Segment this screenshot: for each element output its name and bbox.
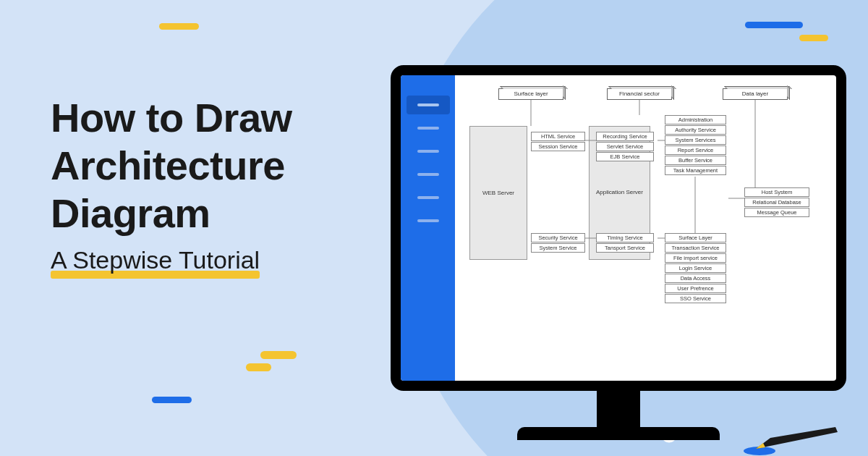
cell: Login Service [665, 263, 726, 273]
header-surface: Surface layer [498, 88, 563, 100]
cell: Timing Service [596, 233, 654, 242]
monitor-illustration: Surface layer Financial sector Data laye… [391, 65, 846, 440]
dash-top-left [159, 23, 199, 30]
cell: Data Access [665, 274, 726, 283]
cell: Report Service [665, 145, 726, 155]
monitor-stand [597, 391, 640, 427]
diagram-canvas: Surface layer Financial sector Data laye… [455, 75, 836, 381]
cell: Recording Service [596, 132, 654, 141]
header-data: Data layer [723, 88, 788, 100]
pen-icon [738, 423, 839, 456]
monitor-screen: Surface layer Financial sector Data laye… [391, 65, 846, 391]
cell: Authority Service [665, 125, 726, 135]
header-financial: Financial sector [607, 88, 672, 100]
page-subtitle: A Stepwise Tutorial [51, 246, 260, 274]
title-line-3: Diagram [51, 190, 210, 236]
sidebar-item-5[interactable] [407, 188, 450, 207]
cell: Administration [665, 115, 726, 124]
monitor-base [517, 427, 720, 440]
cell: Relational Database [744, 198, 809, 207]
sidebar-item-6[interactable] [407, 211, 450, 230]
page-title: How to Draw Architecture Diagram [51, 94, 292, 237]
cell: HTML Service [531, 132, 585, 141]
cell: Surface Layer [665, 233, 726, 242]
dash-top-right-blue [745, 22, 803, 28]
cell: Tansport Service [596, 243, 654, 253]
cell: File import service [665, 253, 726, 263]
sidebar-item-2[interactable] [407, 119, 450, 138]
dash-top-right-yellow [799, 35, 828, 41]
title-line-1: How to Draw [51, 95, 292, 140]
sidebar-item-1[interactable] [407, 96, 450, 114]
web-server-box: WEB Server [469, 126, 527, 260]
dash-mid-yellow2 [246, 363, 271, 371]
cell: Task Management [665, 166, 726, 175]
cell: SSO Service [665, 294, 726, 303]
dash-mid-blue [152, 397, 192, 403]
cell: Security Service [531, 233, 585, 242]
cell: Buffer Service [665, 156, 726, 165]
cell: Transaction Service [665, 243, 726, 253]
sidebar-item-3[interactable] [407, 142, 450, 161]
app-sidebar [401, 75, 455, 381]
text-content: How to Draw Architecture Diagram A Stepw… [51, 94, 292, 274]
title-line-2: Architecture [51, 143, 285, 188]
cell: User Prefrence [665, 284, 726, 293]
cell: System Services [665, 135, 726, 145]
cell: Message Queue [744, 208, 809, 217]
cell: System Service [531, 243, 585, 253]
cell: Session Service [531, 142, 585, 151]
cell: Host System [744, 187, 809, 197]
cell: EJB Service [596, 152, 654, 161]
cell: Servlet Service [596, 142, 654, 151]
dash-mid-yellow1 [260, 351, 297, 359]
sidebar-item-4[interactable] [407, 165, 450, 184]
